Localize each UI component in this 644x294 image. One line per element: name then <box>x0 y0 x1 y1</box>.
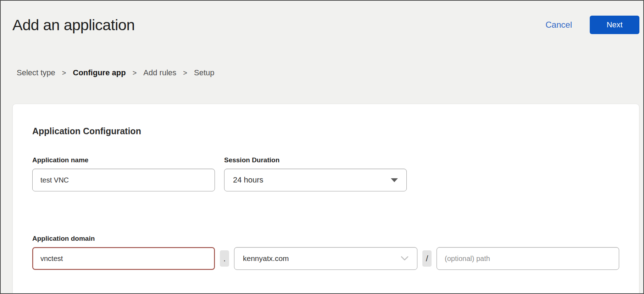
next-button[interactable]: Next <box>590 16 639 34</box>
cancel-button[interactable]: Cancel <box>545 20 572 30</box>
subdomain-input[interactable] <box>32 247 215 270</box>
add-application-page: Add an application Cancel Next Select ty… <box>0 0 644 294</box>
breadcrumb-step-select-type[interactable]: Select type <box>17 68 55 77</box>
application-name-field: Application name <box>32 156 215 191</box>
breadcrumb-separator: > <box>62 69 66 77</box>
name-duration-row: Application name Session Duration 24 hou… <box>32 156 620 191</box>
breadcrumb: Select type > Configure app > Add rules … <box>17 68 214 77</box>
breadcrumb-step-setup: Setup <box>194 68 215 77</box>
path-input[interactable] <box>437 247 619 270</box>
caret-down-icon <box>391 178 398 182</box>
breadcrumb-step-configure-app: Configure app <box>73 68 126 77</box>
session-duration-value: 24 hours <box>233 175 263 185</box>
session-duration-field: Session Duration 24 hours <box>224 156 407 191</box>
chevron-down-icon <box>401 256 409 261</box>
page-header: Add an application Cancel Next <box>1 1 643 40</box>
dot-separator: . <box>220 250 229 267</box>
application-domain-row: . kennyatx.com / <box>32 247 620 270</box>
header-actions: Cancel Next <box>545 16 639 34</box>
domain-select[interactable]: kennyatx.com <box>234 247 417 270</box>
application-domain-field: Application domain . kennyatx.com / <box>32 235 620 270</box>
breadcrumb-step-add-rules: Add rules <box>143 68 176 77</box>
slash-separator: / <box>422 250 432 267</box>
application-configuration-card: Application Configuration Application na… <box>12 104 639 294</box>
domain-select-value: kennyatx.com <box>243 254 289 263</box>
application-domain-label: Application domain <box>32 235 620 243</box>
section-heading: Application Configuration <box>32 126 620 136</box>
session-duration-select[interactable]: 24 hours <box>224 169 407 191</box>
page-title: Add an application <box>12 16 135 34</box>
breadcrumb-separator: > <box>183 69 187 77</box>
breadcrumb-separator: > <box>133 69 137 77</box>
session-duration-label: Session Duration <box>224 156 407 164</box>
application-name-input[interactable] <box>32 169 215 191</box>
application-name-label: Application name <box>32 156 215 164</box>
